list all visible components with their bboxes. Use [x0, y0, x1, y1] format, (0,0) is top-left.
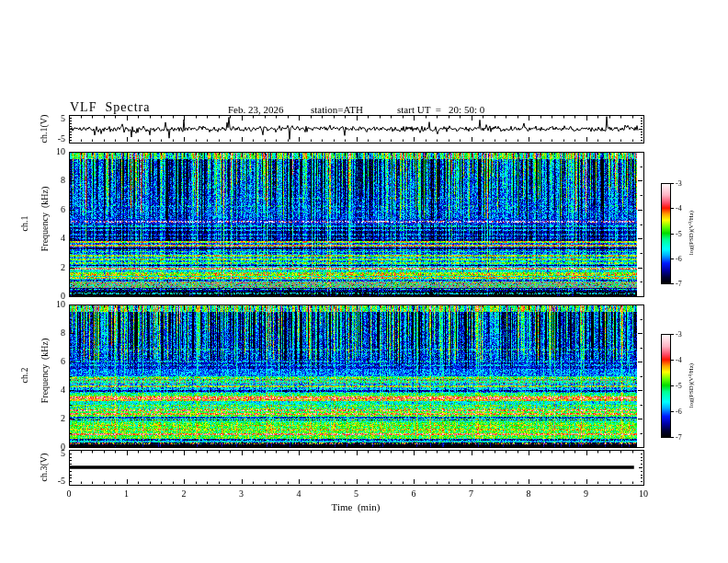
frequency-tick-label: 2	[61, 414, 65, 423]
colorbar-tick-label: -4	[676, 357, 682, 364]
ch2-frequency-axis-label-line2: Frequency (kHz)	[40, 339, 50, 404]
voltage-tick-label: -5	[58, 477, 65, 486]
colorbar-tick-label: -7	[676, 281, 682, 288]
ch1-voltage-axis-label: ch.1(V)	[39, 115, 49, 144]
station-label: station=ATH	[311, 105, 363, 115]
frequency-tick-label: 10	[56, 147, 65, 156]
voltage-tick-label: 5	[61, 114, 65, 123]
time-axis-label: Time (min)	[332, 502, 381, 512]
frequency-tick-label: 6	[61, 205, 65, 214]
ch2-frequency-axis-label: ch.2 Frequency (kHz)	[19, 339, 60, 413]
colorbar2-label: log(PSD)(V²/Hz)	[688, 363, 695, 408]
colorbar-tick-label: -6	[676, 256, 682, 263]
time-tick-label: 8	[527, 489, 531, 499]
frequency-tick-label: 8	[61, 176, 65, 185]
frequency-tick-label: 4	[61, 385, 65, 395]
time-tick-label: 2	[182, 489, 187, 499]
page-title: VLF Spectra	[70, 101, 150, 114]
frequency-tick-label: 2	[61, 263, 65, 272]
frequency-tick-label: 10	[56, 300, 65, 309]
colorbar-tick-label: -3	[676, 331, 682, 339]
time-tick-label: 7	[469, 489, 473, 499]
voltage-tick-label: -5	[58, 134, 65, 144]
time-tick-label: 6	[412, 489, 416, 499]
ch1-frequency-axis-label-line2: Frequency (kHz)	[40, 187, 50, 252]
ch1-frequency-axis-label-line1: ch.1	[19, 216, 29, 232]
time-tick-label: 0	[67, 489, 72, 499]
time-tick-label: 10	[639, 489, 648, 499]
colorbar-tick-label: -4	[676, 205, 682, 213]
vlf-spectra-figure: VLF Spectra Feb. 23, 2026 station=ATH st…	[0, 0, 728, 563]
frequency-tick-label: 4	[61, 234, 65, 243]
time-tick-label: 4	[297, 489, 301, 499]
time-tick-label: 5	[354, 489, 358, 499]
colorbar-tick-label: -5	[676, 383, 682, 390]
colorbar1-label: log(PSD)(V²/Hz)	[688, 211, 695, 255]
time-tick-label: 9	[584, 489, 588, 499]
ch3-voltage-axis-label: ch.3(V)	[39, 454, 49, 482]
frequency-tick-label: 8	[61, 328, 65, 338]
time-tick-label: 3	[239, 489, 244, 499]
voltage-tick-label: 5	[61, 449, 65, 458]
colorbar-tick-label: -3	[676, 180, 682, 188]
ch1-frequency-axis-label: ch.1 Frequency (kHz)	[19, 187, 60, 261]
ch2-frequency-axis-label-line1: ch.2	[19, 368, 29, 384]
start-ut-label: start UT = 20: 50: 0	[397, 105, 484, 115]
plot-canvas	[0, 0, 728, 563]
colorbar-tick-label: -6	[676, 408, 682, 416]
time-tick-label: 1	[124, 489, 129, 499]
colorbar-tick-label: -7	[676, 434, 682, 442]
date-label: Feb. 23, 2026	[228, 105, 284, 115]
frequency-tick-label: 6	[61, 357, 65, 366]
colorbar-tick-label: -5	[676, 231, 682, 238]
